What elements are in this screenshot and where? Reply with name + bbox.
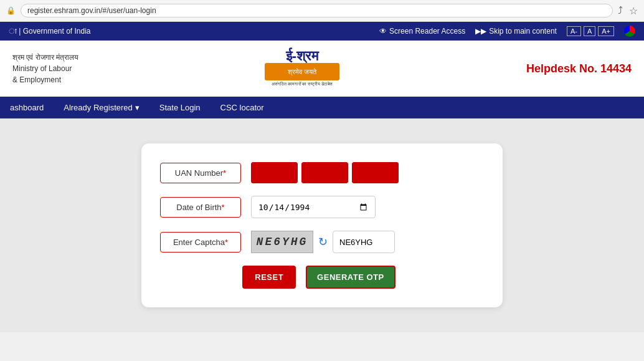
captcha-required-mark: * bbox=[225, 238, 228, 247]
login-form-card: UAN Number* Date of Birth* Enter Captcha… bbox=[141, 143, 503, 307]
nav-dashboard[interactable]: ashboard bbox=[0, 97, 54, 118]
dob-input[interactable] bbox=[251, 196, 376, 218]
nav-already-registered[interactable]: Already Registered ▾ bbox=[54, 97, 149, 118]
font-normal-button[interactable]: A bbox=[584, 26, 595, 36]
form-buttons: RESET GENERATE OTP bbox=[160, 266, 478, 289]
reset-button[interactable]: RESET bbox=[242, 266, 296, 289]
uan-required-mark: * bbox=[223, 168, 226, 178]
share-icon[interactable]: ⤴ bbox=[618, 5, 623, 17]
color-circle bbox=[624, 26, 635, 37]
skip-to-main-link[interactable]: ▶▶ Skip to main content bbox=[475, 27, 557, 36]
font-decrease-button[interactable]: A- bbox=[567, 26, 581, 36]
font-controls: A- A A+ bbox=[567, 26, 614, 36]
nav-bar: ashboard Already Registered ▾ State Logi… bbox=[0, 97, 644, 118]
captcha-row: Enter Captcha* NE6YHG ↻ bbox=[160, 231, 478, 253]
nav-csc-locator[interactable]: CSC locator bbox=[211, 97, 274, 118]
lock-icon: 🔒 bbox=[6, 6, 16, 15]
ministry-hindi: श्रम एवं रोजगार मंत्रालय bbox=[12, 52, 78, 63]
nav-csc-locator-label: CSC locator bbox=[220, 103, 264, 112]
ministry-english-1: Ministry of Labour bbox=[12, 63, 78, 74]
uan-inputs-group bbox=[251, 162, 399, 183]
dob-row: Date of Birth* bbox=[160, 196, 478, 218]
site-header: श्रम एवं रोजगार मंत्रालय Ministry of Lab… bbox=[0, 41, 644, 97]
svg-text:असंगठित कामगारों का राष्ट्रीय : असंगठित कामगारों का राष्ट्रीय डेटाबेस bbox=[272, 81, 333, 87]
ministry-info: श्रम एवं रोजगार मंत्रालय Ministry of Lab… bbox=[12, 52, 78, 85]
uan-part-1-input[interactable] bbox=[251, 162, 298, 183]
browser-bar: 🔒 register.eshram.gov.in/#/user/uan-logi… bbox=[0, 0, 644, 22]
uan-part-2-input[interactable] bbox=[301, 162, 348, 183]
nav-state-login[interactable]: State Login bbox=[149, 97, 211, 118]
screen-reader-link[interactable]: 👁 Screen Reader Access bbox=[379, 27, 465, 36]
site-logo: ई-श्रम श्रमेव जयते असंगठित कामगारों का र… bbox=[258, 46, 346, 92]
helpdesk-number: Helpdesk No. 14434 bbox=[526, 62, 632, 75]
ministry-english-2: & Employment bbox=[12, 74, 78, 85]
captcha-image: NE6YHG bbox=[251, 231, 313, 253]
uan-label: UAN Number* bbox=[160, 163, 241, 183]
dob-label: Date of Birth* bbox=[160, 197, 241, 218]
nav-dashboard-label: ashboard bbox=[10, 103, 44, 112]
captcha-controls: NE6YHG ↻ bbox=[251, 231, 395, 253]
main-content: UAN Number* Date of Birth* Enter Captcha… bbox=[0, 118, 644, 332]
nav-already-registered-label: Already Registered bbox=[64, 103, 133, 112]
svg-text:श्रमेव जयते: श्रमेव जयते bbox=[287, 68, 317, 76]
captcha-refresh-button[interactable]: ↻ bbox=[318, 235, 328, 249]
eshram-logo-svg: ई-श्रम श्रमेव जयते असंगठित कामगारों का र… bbox=[258, 46, 346, 89]
gov-label: ा | Government of India bbox=[9, 27, 91, 36]
font-increase-button[interactable]: A+ bbox=[598, 26, 614, 36]
dropdown-arrow-icon: ▾ bbox=[135, 103, 140, 112]
nav-state-login-label: State Login bbox=[159, 103, 201, 112]
uan-part-3-input[interactable] bbox=[352, 162, 399, 183]
screen-reader-icon: 👁 bbox=[379, 27, 387, 36]
skip-icon: ▶▶ bbox=[475, 27, 486, 36]
svg-text:ई-श्रम: ई-श्रम bbox=[285, 47, 320, 64]
dob-required-mark: * bbox=[222, 203, 225, 212]
captcha-label: Enter Captcha* bbox=[160, 232, 241, 253]
generate-otp-button[interactable]: GENERATE OTP bbox=[306, 266, 395, 289]
url-bar[interactable]: register.eshram.gov.in/#/user/uan-login bbox=[21, 4, 613, 17]
top-bar: ा | Government of India 👁 Screen Reader … bbox=[0, 22, 644, 41]
uan-row: UAN Number* bbox=[160, 162, 478, 183]
captcha-text-input[interactable] bbox=[333, 231, 395, 253]
star-icon[interactable]: ☆ bbox=[629, 5, 638, 17]
